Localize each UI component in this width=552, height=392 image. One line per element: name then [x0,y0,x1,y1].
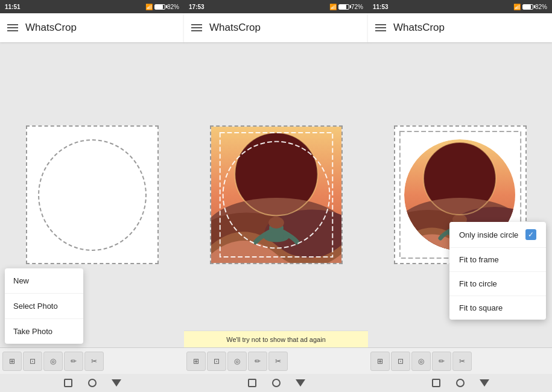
menu-item-take-photo[interactable]: Take Photo [5,319,83,344]
toolbar-btn-2b[interactable]: ⊡ [207,352,226,371]
nav-square-1[interactable] [62,377,74,389]
bottom-toolbar-2: ⊞ ⊡ ◎ ✏ ✂ [184,347,368,374]
menu-fit-to-square[interactable]: Fit to square [449,296,546,320]
toolbar-btn-3c[interactable]: ◎ [411,352,431,371]
app-bar-1: WhatsCrop [0,13,184,42]
toolbar-btn-3e[interactable]: ✂ [452,352,472,371]
nav-section-3 [368,374,552,392]
time-3: 11:53 [373,4,389,10]
menu-item-label-3: Fit to circle [459,279,497,288]
crop-overlay-2 [211,127,341,263]
toolbar-btn-1d[interactable]: ✏ [64,352,83,371]
toolbar-btn-1e[interactable]: ✂ [84,352,104,371]
menu-only-inside-circle[interactable]: Only inside circle ✓ [449,222,546,248]
circle-guide [38,139,147,251]
nav-section-1 [0,374,184,392]
app-bar-2: WhatsCrop [184,13,368,42]
menu-item-label-1: Only inside circle [459,230,518,239]
svg-rect-9 [220,133,332,257]
panel-1: WhatsCrop ⊞ ⊡ ◎ ✏ ✂ [0,13,184,392]
toolbar-btn-3d[interactable]: ✏ [432,352,451,371]
battery-pct-3: 82% [535,4,547,10]
status-icons-1: 📶 82% [145,4,179,10]
nav-circle-2[interactable] [270,377,282,389]
checkmark-only-inside: ✓ [525,229,536,240]
app-title-3: WhatsCrop [393,22,445,34]
menu-item-label-2: Fit to frame [459,255,499,264]
battery-2 [338,4,349,10]
panel-2: WhatsCrop [184,13,368,392]
nav-bar-2 [184,374,368,392]
signal-icon-1: 📶 [145,4,153,10]
signal-icon-2: 📶 [329,4,337,10]
status-bar-2: 17:53 📶 72% [184,0,368,13]
nav-back-3[interactable] [478,377,490,389]
toolbar-btn-1b[interactable]: ⊡ [23,352,42,371]
hamburger-menu-2[interactable] [191,24,202,31]
menu-fit-to-frame[interactable]: Fit to frame [449,248,546,272]
menu-item-select-photo[interactable]: Select Photo [5,294,83,319]
battery-pct-1: 82% [167,4,179,10]
toolbar-btn-2d[interactable]: ✏ [248,352,267,371]
nav-back-1[interactable] [110,377,122,389]
toolbar-btn-1a[interactable]: ⊞ [2,352,22,371]
nav-circle-3[interactable] [454,377,466,389]
panel-3: WhatsCrop [368,13,552,392]
ad-banner: We'll try not to show that ad again [184,330,368,347]
ad-text: We'll try not to show that ad again [226,336,326,343]
status-bars: 11:51 📶 82% 17:53 📶 72% 11:53 📶 82% [0,0,552,13]
context-menu: Only inside circle ✓ Fit to frame Fit to… [449,222,546,320]
toolbar-btn-3b[interactable]: ⊡ [391,352,410,371]
toolbar-btn-2a[interactable]: ⊞ [186,352,206,371]
status-bar-1: 11:51 📶 82% [0,0,184,13]
nav-section-2 [184,374,368,392]
image-crop-canvas[interactable] [210,125,343,264]
status-bar-3: 11:53 📶 82% [368,0,552,13]
nav-square-3[interactable] [430,377,442,389]
menu-item-new[interactable]: New [5,268,83,294]
battery-pct-2: 72% [351,4,363,10]
panels-container: WhatsCrop ⊞ ⊡ ◎ ✏ ✂ [0,13,552,392]
bottom-toolbar-1: ⊞ ⊡ ◎ ✏ ✂ [0,347,184,374]
signal-icon-3: 📶 [513,4,521,10]
nav-square-2[interactable] [246,377,258,389]
toolbar-btn-3a[interactable]: ⊞ [370,352,390,371]
toolbar-btn-2c[interactable]: ◎ [227,352,247,371]
app-title-2: WhatsCrop [209,22,261,34]
hamburger-menu-3[interactable] [375,24,386,31]
time-2: 17:53 [189,4,205,10]
time-1: 11:51 [5,4,21,10]
menu-fit-to-circle[interactable]: Fit to circle [449,272,546,296]
nav-circle-1[interactable] [86,377,98,389]
content-area-2 [184,42,368,347]
nav-bar-1 [0,374,184,392]
empty-crop-canvas[interactable] [26,125,159,264]
toolbar-btn-2e[interactable]: ✂ [268,352,288,371]
status-icons-2: 📶 72% [329,4,363,10]
status-icons-3: 📶 82% [513,4,547,10]
hamburger-menu-1[interactable] [7,24,18,31]
app-bar-3: WhatsCrop [368,13,552,42]
battery-3 [522,4,533,10]
menu-item-label-4: Fit to square [459,303,503,312]
bottom-context-menu: New Select Photo Take Photo [5,268,83,344]
battery-1 [154,4,165,10]
nav-bar-3 [368,374,552,392]
app-title-1: WhatsCrop [25,22,77,34]
nav-back-2[interactable] [294,377,306,389]
toolbar-btn-1c[interactable]: ◎ [43,352,63,371]
bottom-toolbar-3: ⊞ ⊡ ◎ ✏ ✂ [368,347,552,374]
svg-point-10 [223,142,329,248]
